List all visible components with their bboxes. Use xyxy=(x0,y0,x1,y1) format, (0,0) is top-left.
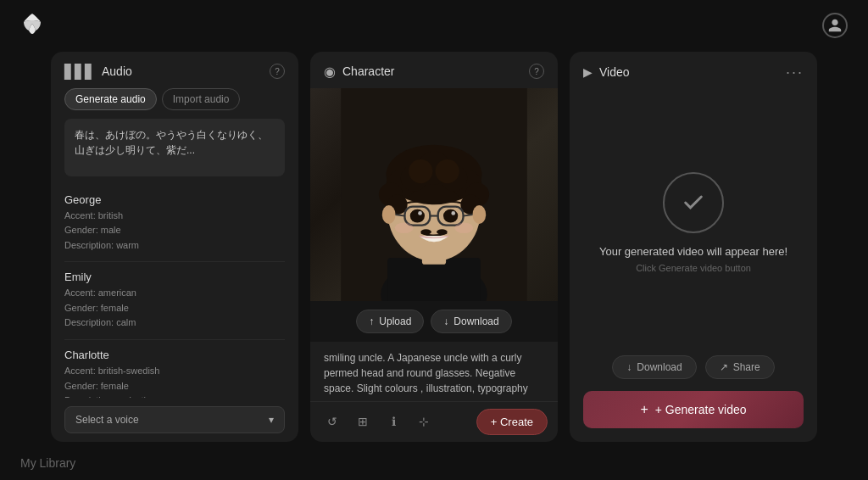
svg-point-32 xyxy=(454,222,473,233)
svg-point-18 xyxy=(382,205,396,224)
voice-meta-george: Accent: britishGender: maleDescription: … xyxy=(64,209,285,254)
video-check-circle xyxy=(663,172,724,233)
svg-point-19 xyxy=(472,205,486,224)
video-placeholder: Your generated video will appear here! C… xyxy=(570,90,817,355)
info-icon[interactable]: ℹ xyxy=(381,410,405,433)
svg-point-28 xyxy=(451,211,455,215)
my-library-label: My Library xyxy=(20,456,75,470)
audio-panel-title: Audio xyxy=(102,64,132,78)
video-placeholder-sub: Click Generate video button xyxy=(636,263,751,273)
share-icon: ↗ xyxy=(720,361,728,373)
svg-point-30 xyxy=(437,229,448,234)
character-description: smiling uncle. A Japanese uncle with a c… xyxy=(310,342,558,401)
voice-item-charlotte[interactable]: Charlotte Accent: british-swedishGender:… xyxy=(64,340,285,397)
character-bottom-icons: ↺ ⊞ ℹ ⊹ xyxy=(320,410,436,433)
voice-dropdown-label: Select a voice xyxy=(75,414,139,426)
audio-title-group: ▋▋▋ Audio xyxy=(64,64,132,80)
audio-waveform-icon: ▋▋▋ xyxy=(64,64,95,80)
svg-point-17 xyxy=(436,159,459,182)
download-character-button[interactable]: ↓ Download xyxy=(431,310,511,333)
character-panel-header: ◉ Character ? xyxy=(310,52,558,88)
audio-tabs: Generate audio Import audio xyxy=(51,88,298,119)
svg-point-16 xyxy=(409,159,432,182)
audio-panel: ▋▋▋ Audio ? Generate audio Import audio … xyxy=(51,52,298,442)
generate-audio-tab[interactable]: Generate audio xyxy=(64,88,157,110)
chevron-down-icon: ▾ xyxy=(269,414,274,426)
character-title-group: ◉ Character xyxy=(324,64,394,80)
audio-help-button[interactable]: ? xyxy=(270,64,285,79)
video-panel-header: ▶ Video ··· xyxy=(570,52,817,90)
character-action-bar: ↑ Upload ↓ Download xyxy=(310,301,558,342)
video-panel-title: Video xyxy=(599,65,630,79)
character-image-container xyxy=(310,88,558,301)
character-panel-title: Character xyxy=(342,64,394,78)
import-audio-tab[interactable]: Import audio xyxy=(162,88,241,110)
svg-point-29 xyxy=(420,229,431,234)
generate-plus-icon: + xyxy=(640,402,648,417)
share-video-button[interactable]: ↗ Share xyxy=(705,355,775,379)
video-panel: ▶ Video ··· Your generated video will ap… xyxy=(570,52,817,442)
svg-point-27 xyxy=(418,211,422,215)
video-icon: ▶ xyxy=(583,65,593,79)
voice-name-charlotte: Charlotte xyxy=(64,349,285,361)
voice-name-george: George xyxy=(64,193,285,206)
audio-panel-header: ▋▋▋ Audio ? xyxy=(51,52,298,88)
video-placeholder-text: Your generated video will appear here! xyxy=(599,245,787,258)
voice-item-emily[interactable]: Emily Accent: americanGender: femaleDesc… xyxy=(64,262,285,340)
svg-point-31 xyxy=(395,222,414,233)
character-help-button[interactable]: ? xyxy=(529,64,544,79)
character-face-icon: ◉ xyxy=(324,64,336,80)
audio-text-preview: 春は、あけぼの。やうやう白くなりゆく、山ぎは少し明りて、紫だ... xyxy=(64,119,285,176)
download-video-button[interactable]: ↓ Download xyxy=(612,355,696,379)
topbar xyxy=(0,0,868,51)
upload-icon: ↑ xyxy=(369,315,374,327)
adjust-icon[interactable]: ⊹ xyxy=(412,410,436,433)
video-title-group: ▶ Video xyxy=(583,65,630,79)
upload-button[interactable]: ↑ Upload xyxy=(356,310,424,333)
voice-list: George Accent: britishGender: maleDescri… xyxy=(51,185,298,398)
download-video-icon: ↓ xyxy=(626,361,632,373)
voice-select-dropdown[interactable]: Select a voice ▾ xyxy=(64,406,285,433)
voice-meta-charlotte: Accent: british-swedishGender: femaleDes… xyxy=(64,364,285,397)
create-character-button[interactable]: + Create xyxy=(476,409,548,435)
video-menu-button[interactable]: ··· xyxy=(786,64,804,81)
video-action-row: ↓ Download ↗ Share xyxy=(570,355,817,391)
svg-point-26 xyxy=(443,209,458,222)
image-icon[interactable]: ⊞ xyxy=(351,410,375,433)
generate-video-button[interactable]: + + Generate video xyxy=(583,391,804,428)
logo-icon xyxy=(20,12,44,39)
voice-item-george[interactable]: George Accent: britishGender: maleDescri… xyxy=(64,185,285,263)
refresh-icon[interactable]: ↺ xyxy=(320,410,344,433)
main-content: ▋▋▋ Audio ? Generate audio Import audio … xyxy=(0,47,868,446)
svg-point-25 xyxy=(410,209,425,222)
download-icon: ↓ xyxy=(443,315,448,327)
character-bottom-bar: ↺ ⊞ ℹ ⊹ + Create xyxy=(310,401,558,442)
voice-meta-emily: Accent: americanGender: femaleDescriptio… xyxy=(64,286,285,331)
character-panel: ◉ Character ? xyxy=(310,52,558,442)
bottom-bar: My Library xyxy=(20,456,75,470)
user-avatar-button[interactable] xyxy=(822,13,848,38)
voice-name-emily: Emily xyxy=(64,271,285,283)
character-image-bg xyxy=(310,88,558,301)
